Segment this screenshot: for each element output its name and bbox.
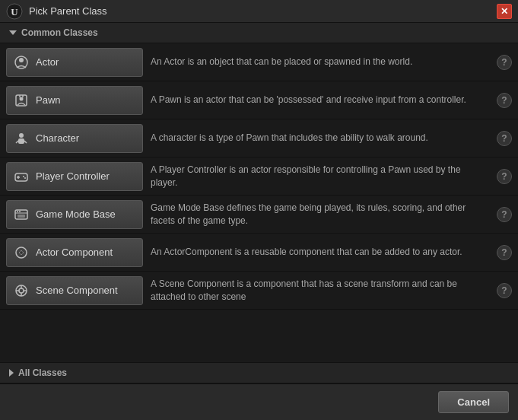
- scenecomponent-icon: [13, 282, 30, 299]
- class-button-pawn[interactable]: Pawn: [6, 86, 143, 115]
- class-description: A Player Controller is an actor responsi…: [151, 164, 489, 189]
- pawn-icon: [13, 92, 30, 109]
- class-item[interactable]: Pawn A Pawn is an actor that can be 'pos…: [0, 81, 518, 119]
- class-name: Scene Component: [36, 285, 118, 296]
- class-name: Game Mode Base: [36, 208, 116, 220]
- footer: Cancel: [0, 383, 518, 420]
- svg-rect-9: [18, 138, 24, 144]
- title-bar-left: U Pick Parent Class: [6, 3, 107, 20]
- svg-point-19: [17, 211, 18, 212]
- help-icon[interactable]: ?: [497, 283, 512, 298]
- all-classes-arrow: [9, 369, 14, 377]
- close-button[interactable]: ✕: [497, 4, 512, 19]
- class-button-scenecomponent[interactable]: Scene Component: [6, 276, 143, 305]
- playercontroller-icon: [13, 168, 30, 185]
- class-name: Player Controller: [36, 170, 110, 182]
- class-description: A Scene Component is a component that ha…: [151, 278, 489, 304]
- svg-rect-21: [17, 215, 25, 218]
- class-button-actorcomponent[interactable]: Actor Component: [6, 238, 143, 267]
- svg-point-3: [19, 58, 24, 62]
- class-name: Character: [36, 132, 79, 144]
- common-classes-label: Common Classes: [21, 27, 98, 38]
- actorcomponent-icon: [13, 244, 30, 261]
- help-icon[interactable]: ?: [497, 169, 512, 184]
- class-button-character[interactable]: Character: [6, 124, 143, 153]
- class-name: Actor: [36, 56, 59, 68]
- ue-logo: U: [6, 3, 23, 20]
- class-description: An ActorComponent is a reusable componen…: [151, 246, 489, 259]
- class-item[interactable]: Player Controller A Player Controller is…: [0, 158, 518, 196]
- gamemodebase-icon: [13, 206, 30, 223]
- class-item[interactable]: Character A character is a type of Pawn …: [0, 119, 518, 158]
- help-icon[interactable]: ?: [497, 131, 512, 146]
- class-item[interactable]: Actor Component An ActorComponent is a r…: [0, 234, 518, 272]
- help-icon[interactable]: ?: [497, 207, 512, 222]
- svg-point-23: [20, 251, 23, 254]
- character-icon: [13, 130, 30, 147]
- svg-text:U: U: [11, 5, 18, 17]
- svg-point-5: [20, 97, 24, 100]
- all-classes-label: All Classes: [18, 368, 67, 378]
- all-classes-header[interactable]: All Classes: [0, 362, 518, 383]
- help-icon[interactable]: ?: [497, 93, 512, 108]
- class-list: Actor An Actor is an object that can be …: [0, 43, 518, 362]
- class-name: Actor Component: [36, 247, 113, 258]
- class-description: A Pawn is an actor that can be 'possesse…: [151, 94, 489, 107]
- class-name: Pawn: [36, 94, 61, 106]
- class-description: An Actor is an object that can be placed…: [151, 56, 489, 68]
- cancel-button[interactable]: Cancel: [438, 391, 509, 413]
- svg-point-15: [23, 176, 24, 177]
- common-classes-arrow: [9, 30, 17, 35]
- class-button-playercontroller[interactable]: Player Controller: [6, 162, 143, 191]
- help-icon[interactable]: ?: [497, 55, 512, 70]
- class-description: A character is a type of Pawn that inclu…: [151, 132, 489, 145]
- dialog-title: Pick Parent Class: [29, 5, 107, 17]
- title-bar: U Pick Parent Class ✕: [0, 0, 518, 23]
- svg-point-8: [19, 133, 24, 138]
- svg-line-11: [24, 141, 27, 143]
- svg-point-25: [19, 288, 24, 293]
- help-icon[interactable]: ?: [497, 245, 512, 260]
- class-button-actor[interactable]: Actor: [6, 48, 143, 77]
- class-item[interactable]: Scene Component A Scene Component is a c…: [0, 272, 518, 310]
- actor-icon: [13, 54, 30, 71]
- common-classes-header: Common Classes: [0, 23, 518, 43]
- class-description: Game Mode Base defines the game being pl…: [151, 202, 489, 228]
- class-button-gamemodebase[interactable]: Game Mode Base: [6, 200, 143, 229]
- class-item[interactable]: Game Mode Base Game Mode Base defines th…: [0, 196, 518, 234]
- class-item[interactable]: Actor An Actor is an object that can be …: [0, 43, 518, 81]
- svg-point-16: [24, 177, 26, 179]
- svg-point-20: [19, 211, 21, 212]
- svg-line-10: [16, 141, 18, 143]
